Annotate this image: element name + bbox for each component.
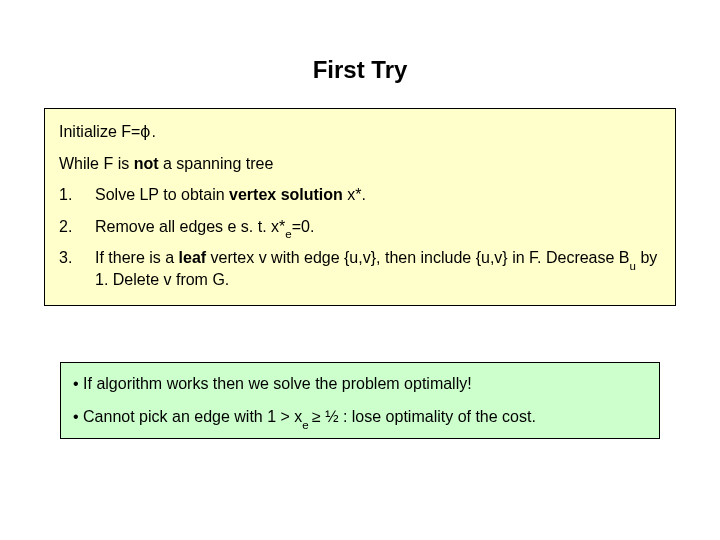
step3-p1: If there is a — [95, 249, 179, 266]
slide-title: First Try — [0, 56, 720, 84]
step1-bold: vertex solution — [229, 186, 343, 203]
step-number: 1. — [59, 184, 95, 216]
step-number: 3. — [59, 247, 95, 290]
step3-p2: vertex v with edge {u,v}, then include {… — [206, 249, 629, 266]
step-1: 1. Solve LP to obtain vertex solution x*… — [59, 184, 661, 216]
note-1: • If algorithm works then we solve the p… — [73, 373, 647, 395]
while-line: While F is not a spanning tree — [59, 153, 661, 175]
step3-leaf: leaf — [179, 249, 207, 266]
step2-sub: e — [285, 228, 291, 240]
step-text: Remove all edges e s. t. x*e=0. — [95, 216, 661, 248]
step1-prefix: Solve LP to obtain — [95, 186, 229, 203]
init-line: Initialize F=ϕ. — [59, 121, 661, 143]
note-2: • Cannot pick an edge with 1 > xe ≥ ½ : … — [73, 406, 647, 428]
step2-suffix: =0. — [292, 218, 315, 235]
while-suffix: a spanning tree — [159, 155, 274, 172]
notes-box: • If algorithm works then we solve the p… — [60, 362, 660, 439]
step-number: 2. — [59, 216, 95, 248]
slide: First Try Initialize F=ϕ. While F is not… — [0, 0, 720, 540]
note2-p2: ½ : lose optimality of the cost. — [321, 408, 536, 425]
while-not: not — [134, 155, 159, 172]
ge-symbol: ≥ — [312, 408, 321, 425]
step1-suffix: x*. — [343, 186, 366, 203]
step-2: 2. Remove all edges e s. t. x*e=0. — [59, 216, 661, 248]
step-text: If there is a leaf vertex v with edge {u… — [95, 247, 661, 290]
note2-sub: e — [302, 419, 312, 431]
steps-list: 1. Solve LP to obtain vertex solution x*… — [59, 184, 661, 290]
step-3: 3. If there is a leaf vertex v with edge… — [59, 247, 661, 290]
init-suffix: . — [151, 123, 155, 140]
algorithm-box: Initialize F=ϕ. While F is not a spannin… — [44, 108, 676, 306]
while-prefix: While F is — [59, 155, 134, 172]
step2-prefix: Remove all edges e s. t. x* — [95, 218, 285, 235]
phi-symbol: ϕ — [140, 123, 151, 140]
step-text: Solve LP to obtain vertex solution x*. — [95, 184, 661, 216]
init-prefix: Initialize F= — [59, 123, 140, 140]
note2-p1: • Cannot pick an edge with 1 > x — [73, 408, 302, 425]
step3-sub: u — [630, 260, 636, 272]
